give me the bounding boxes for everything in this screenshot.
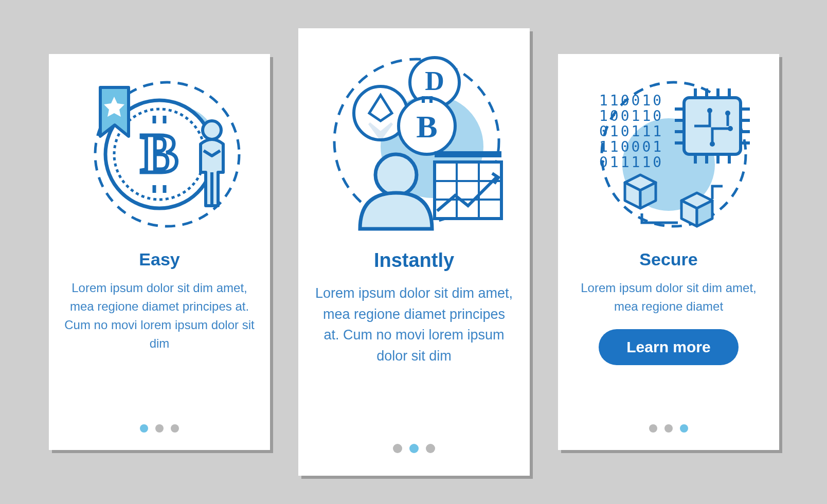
- svg-text:B: B: [416, 109, 437, 144]
- card-body: Lorem ipsum dolor sit dim amet, mea regi…: [298, 272, 530, 366]
- onboarding-stage: B Easy: [0, 0, 827, 504]
- svg-text:D: D: [425, 66, 444, 96]
- page-dot-3[interactable]: [171, 424, 179, 433]
- page-indicator: [49, 424, 270, 433]
- card-body: Lorem ipsum dolor sit dim amet, mea regi…: [49, 269, 270, 353]
- svg-point-9: [203, 121, 221, 139]
- svg-rect-21: [435, 162, 501, 219]
- page-dot-1[interactable]: [649, 424, 657, 433]
- chip-security-icon: 110010 100110 010111 110001 011110: [558, 54, 779, 244]
- page-dot-3[interactable]: [680, 424, 688, 433]
- onboarding-card-secure: 110010 100110 010111 110001 011110: [558, 54, 779, 450]
- card-title: Secure: [558, 249, 779, 269]
- page-dot-3[interactable]: [426, 444, 435, 453]
- onboarding-card-instantly: D B: [298, 28, 530, 476]
- card-body: Lorem ipsum dolor sit dim amet, mea regi…: [558, 269, 779, 316]
- svg-point-49: [710, 141, 715, 147]
- page-dot-1[interactable]: [140, 424, 148, 433]
- svg-point-47: [707, 108, 712, 113]
- svg-point-48: [725, 111, 730, 116]
- page-dot-2[interactable]: [409, 444, 419, 453]
- bitcoin-bookmark-icon: B: [49, 54, 270, 244]
- card-title: Easy: [49, 249, 270, 269]
- page-dot-2[interactable]: [155, 424, 164, 433]
- svg-text:B: B: [140, 122, 178, 185]
- learn-more-button[interactable]: Learn more: [599, 329, 738, 365]
- page-indicator: [558, 424, 779, 433]
- page-dot-1[interactable]: [393, 444, 402, 453]
- svg-text:110010
          100110
      : 110010 100110 010111 110001 011110: [599, 92, 674, 171]
- onboarding-card-easy: B Easy: [49, 54, 270, 450]
- svg-point-20: [375, 154, 417, 195]
- crypto-chart-icon: D B: [298, 28, 530, 244]
- svg-point-50: [728, 126, 733, 131]
- page-indicator: [298, 444, 530, 453]
- page-dot-2[interactable]: [664, 424, 673, 433]
- card-title: Instantly: [298, 249, 530, 272]
